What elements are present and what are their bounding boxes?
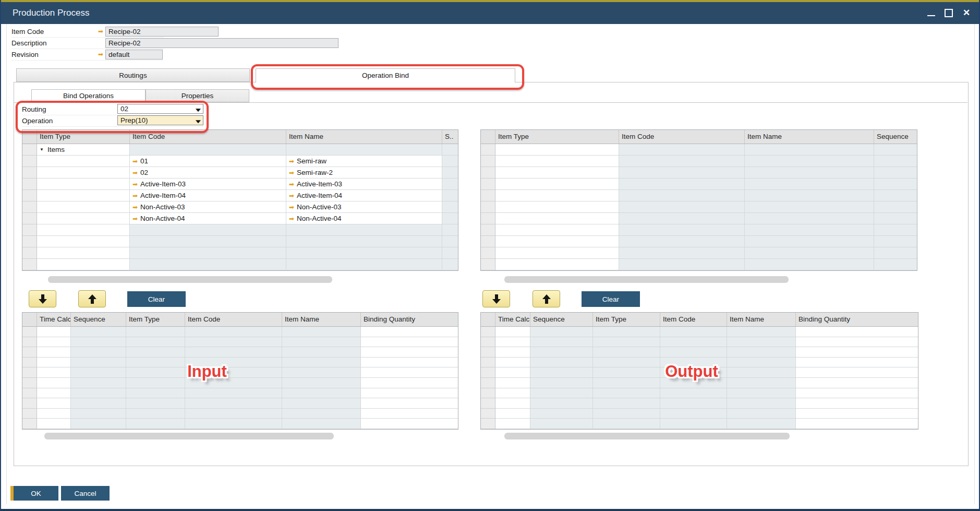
grid-cell[interactable] <box>796 337 918 348</box>
row-selector[interactable] <box>481 347 495 358</box>
grid-cell[interactable] <box>727 347 796 358</box>
grid-cell[interactable] <box>442 190 458 201</box>
grid-cell[interactable] <box>619 236 745 247</box>
grid-cell[interactable] <box>126 337 185 348</box>
grid-cell[interactable] <box>282 409 361 419</box>
grid-cell[interactable] <box>796 388 918 399</box>
grid-cell[interactable] <box>874 179 917 190</box>
grid-cell[interactable] <box>282 327 361 337</box>
grid-cell[interactable] <box>495 156 619 167</box>
grid-cell[interactable] <box>185 409 282 419</box>
maximize-button[interactable] <box>942 2 955 24</box>
grid-cell[interactable] <box>727 409 796 419</box>
grid-cell[interactable] <box>530 409 593 419</box>
row-selector[interactable] <box>22 378 37 388</box>
grid-cell[interactable] <box>126 367 185 378</box>
grid-cell[interactable] <box>185 388 282 399</box>
grid-cell[interactable] <box>530 337 593 348</box>
grid-cell[interactable] <box>71 388 126 399</box>
grid-cell[interactable] <box>796 398 918 409</box>
grid-cell[interactable] <box>530 358 593 368</box>
link-arrow-icon[interactable]: ➡ <box>132 193 138 199</box>
link-arrow-icon[interactable]: ➡ <box>289 158 294 164</box>
grid-cell[interactable] <box>495 213 619 224</box>
grid-cell-item-type[interactable] <box>37 179 130 190</box>
grid-cell[interactable] <box>185 398 282 409</box>
grid-cell[interactable] <box>495 378 530 388</box>
grid-cell-item-code[interactable]: ➡Non-Active-03 <box>130 201 286 213</box>
link-arrow-icon[interactable]: ➡ <box>289 204 294 210</box>
grid-cell[interactable] <box>593 367 660 378</box>
row-selector[interactable] <box>481 247 495 259</box>
grid-cell[interactable] <box>37 224 130 236</box>
close-button[interactable]: ✕ <box>960 2 973 24</box>
row-selector[interactable] <box>22 327 37 337</box>
tree-expand-icon[interactable]: ▼ <box>40 147 44 152</box>
grid-cell[interactable] <box>495 358 530 368</box>
grid-cell[interactable] <box>619 144 745 156</box>
grid-cell[interactable] <box>37 337 71 348</box>
minimize-button[interactable] <box>924 2 938 24</box>
move-down-button[interactable] <box>482 290 510 307</box>
grid-cell[interactable] <box>442 247 458 259</box>
grid-cell[interactable] <box>727 378 796 388</box>
tab-routings[interactable]: Routings <box>16 68 250 82</box>
grid-cell[interactable] <box>660 419 727 429</box>
row-selector[interactable] <box>481 367 495 378</box>
row-selector[interactable] <box>481 388 495 399</box>
grid-cell[interactable] <box>874 247 917 259</box>
grid-cell[interactable] <box>874 156 917 167</box>
grid-cell[interactable] <box>185 327 282 337</box>
grid-cell[interactable] <box>37 358 71 368</box>
grid-cell[interactable] <box>745 213 874 224</box>
grid-cell[interactable] <box>282 398 361 409</box>
grid-cell[interactable] <box>442 259 458 270</box>
grid-cell[interactable] <box>495 337 530 348</box>
grid-cell[interactable] <box>619 190 745 201</box>
grid-cell[interactable] <box>361 337 458 348</box>
row-selector[interactable] <box>22 409 37 419</box>
grid-cell[interactable] <box>37 236 130 247</box>
grid-cell[interactable] <box>130 224 286 236</box>
grid-cell[interactable] <box>727 398 796 409</box>
grid-cell[interactable] <box>282 337 361 348</box>
grid-cell[interactable] <box>442 156 458 167</box>
grid-cell[interactable] <box>442 167 458 179</box>
tab-bind-operations[interactable]: Bind Operations <box>31 89 146 103</box>
grid-cell-item-code[interactable]: ➡Non-Active-04 <box>130 213 286 224</box>
grid-cell[interactable] <box>126 358 185 368</box>
row-selector[interactable] <box>481 327 495 337</box>
grid-cell[interactable] <box>796 358 918 368</box>
grid-cell[interactable] <box>126 398 185 409</box>
move-up-button[interactable] <box>78 290 106 307</box>
grid-cell[interactable] <box>126 327 185 337</box>
grid-cell[interactable] <box>495 224 619 236</box>
grid-cell[interactable] <box>442 201 458 213</box>
grid-cell[interactable] <box>37 419 71 429</box>
grid-cell[interactable] <box>185 419 282 429</box>
row-selector[interactable] <box>481 190 495 201</box>
grid-cell[interactable] <box>745 156 874 167</box>
grid-cell[interactable] <box>495 388 530 399</box>
grid-cell[interactable] <box>745 201 874 213</box>
grid-cell[interactable] <box>130 144 286 156</box>
tree-node-items[interactable]: ▼Items <box>37 144 130 156</box>
grid-cell[interactable] <box>37 259 130 270</box>
grid-cell[interactable] <box>745 259 874 270</box>
row-selector[interactable] <box>481 259 495 270</box>
grid-cell[interactable] <box>130 236 286 247</box>
grid-cell[interactable] <box>874 259 917 270</box>
row-selector[interactable] <box>481 378 495 388</box>
horizontal-scrollbar[interactable] <box>44 433 334 439</box>
tab-operation-bind[interactable]: Operation Bind <box>256 68 515 82</box>
grid-cell[interactable] <box>593 378 660 388</box>
grid-cell[interactable] <box>593 419 660 429</box>
row-selector[interactable] <box>481 419 495 429</box>
grid-cell[interactable] <box>660 347 727 358</box>
grid-cell[interactable] <box>495 367 530 378</box>
grid-cell[interactable] <box>727 327 796 337</box>
grid-cell[interactable] <box>361 388 458 399</box>
grid-cell[interactable] <box>874 213 917 224</box>
grid-cell-item-code[interactable]: ➡Active-Item-04 <box>130 190 286 201</box>
grid-cell[interactable] <box>796 409 918 419</box>
